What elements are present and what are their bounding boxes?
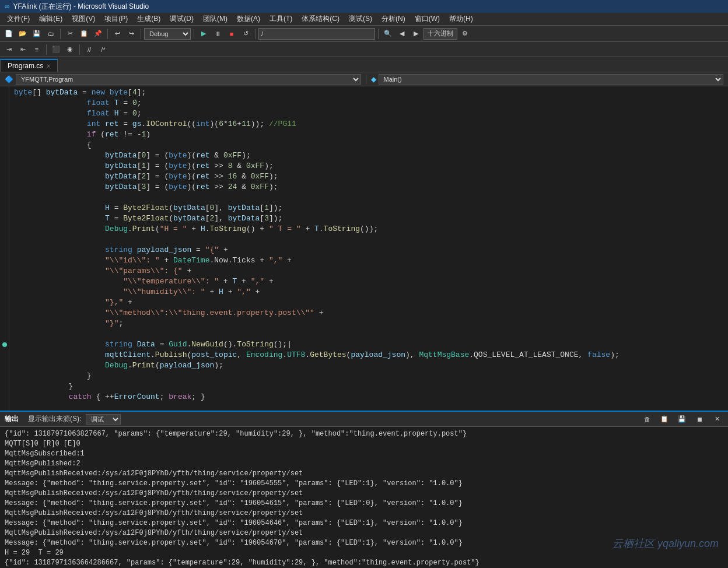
- output-panel: 输出 显示输出来源(S): 调试 🗑 📋 💾 ⏹ ✕ {"id": 131879…: [0, 411, 728, 568]
- save-btn[interactable]: 💾: [30, 27, 43, 40]
- output-line: MqttMsgPublishReceived:/sys/a12F0j8PYhD/…: [5, 469, 723, 479]
- output-copy-btn[interactable]: 📋: [658, 413, 671, 426]
- menu-file[interactable]: 文件(F): [2, 13, 34, 25]
- run-btn[interactable]: ▶: [197, 27, 210, 40]
- menu-bar: 文件(F) 编辑(E) 视图(V) 项目(P) 生成(B) 调试(D) 团队(M…: [0, 13, 728, 26]
- copy-btn[interactable]: 📋: [78, 27, 90, 40]
- main-code-area: byte[] bytData = new byte[4]; float T = …: [0, 86, 728, 411]
- current-line-indicator: [2, 342, 7, 347]
- output-line: {"id": 13187971063827667, "params": {"te…: [5, 429, 723, 439]
- output-title: 输出: [5, 414, 19, 424]
- output-content: {"id": 13187971063827667, "params": {"te…: [0, 427, 728, 568]
- sep5: [255, 29, 256, 39]
- output-source-select[interactable]: 调试: [86, 414, 121, 425]
- hex-mode-button[interactable]: 十六进制: [424, 28, 457, 40]
- sep1: [60, 29, 61, 39]
- nav-sep: [366, 75, 366, 84]
- save-all-btn[interactable]: 🗂: [44, 27, 57, 40]
- dropdown-icon: 🔷: [5, 75, 13, 83]
- output-line: Message: {"method": "thing.service.prope…: [5, 538, 723, 548]
- output-save-btn[interactable]: 💾: [676, 413, 688, 426]
- menu-debug[interactable]: 调试(D): [165, 13, 198, 25]
- output-line: Message: {"method": "thing.service.prope…: [5, 479, 723, 489]
- left-indicator: [0, 86, 9, 411]
- open-btn[interactable]: 📂: [16, 27, 29, 40]
- menu-help[interactable]: 帮助(H): [444, 13, 478, 25]
- output-stop-btn[interactable]: ⏹: [693, 413, 706, 426]
- tab-program-cs[interactable]: Program.cs ×: [0, 59, 58, 72]
- extra-btn1[interactable]: ⚙: [459, 27, 471, 40]
- uncomment-btn[interactable]: /*: [97, 43, 110, 56]
- stop-btn[interactable]: ■: [225, 27, 238, 40]
- code-editor[interactable]: byte[] bytData = new byte[4]; float T = …: [9, 86, 728, 411]
- menu-view[interactable]: 视图(V): [67, 13, 100, 25]
- debug-config-select[interactable]: Debug: [144, 28, 191, 40]
- output-line: MqttMsgPublishReceived:/sys/a12F0j8PYhD/…: [5, 528, 723, 538]
- menu-window[interactable]: 窗口(W): [410, 13, 444, 25]
- menu-build[interactable]: 生成(B): [132, 13, 165, 25]
- output-line: MqttMsgSubscribed:1: [5, 449, 723, 459]
- tab-close-btn[interactable]: ×: [47, 63, 50, 69]
- output-line: MqttMsgPublished:2: [5, 459, 723, 469]
- sep2: [107, 29, 108, 39]
- output-line: Message: {"method": "thing.service.prope…: [5, 518, 723, 528]
- menu-tools[interactable]: 工具(T): [265, 13, 297, 25]
- output-line: MqttMsgPublishReceived:/sys/a12F0j8PYhD/…: [5, 509, 723, 518]
- bp-btn[interactable]: ⬛: [50, 43, 62, 56]
- find-btn[interactable]: 🔍: [382, 27, 394, 40]
- nav-fwd-btn[interactable]: ▶: [410, 27, 422, 40]
- indent-btn[interactable]: ⇥: [2, 43, 15, 56]
- sep3: [141, 29, 141, 39]
- restart-btn[interactable]: ↺: [239, 27, 252, 40]
- menu-arch[interactable]: 体系结构(C): [297, 13, 344, 25]
- output-close-btn[interactable]: ✕: [710, 413, 723, 426]
- output-clear-btn[interactable]: 🗑: [640, 413, 653, 426]
- menu-analyze[interactable]: 分析(N): [377, 13, 410, 25]
- menu-team[interactable]: 团队(M): [198, 13, 232, 25]
- output-line: Message: {"method": "thing.service.prope…: [5, 499, 723, 509]
- nav-bar: 🔷 YFMQTT.Program ◆ Main(): [0, 72, 728, 86]
- sep8: [79, 44, 80, 55]
- toolbar1: 📄 📂 💾 🗂 ✂ 📋 📌 ↩ ↪ Debug ▶ ⏸ ■ ↺ 🔍 ◀ ▶ 十六…: [0, 26, 728, 42]
- method-icon: ◆: [371, 75, 376, 83]
- undo-btn[interactable]: ↩: [111, 27, 124, 40]
- output-line: MqttMsgPublishReceived:/sys/a12F0j8PYhD/…: [5, 489, 723, 499]
- pause-btn[interactable]: ⏸: [211, 27, 224, 40]
- tab-filename: Program.cs: [8, 62, 43, 70]
- search-input[interactable]: [258, 28, 375, 40]
- paste-btn[interactable]: 📌: [92, 27, 104, 40]
- tab-bar: Program.cs ×: [0, 57, 728, 72]
- namespace-select[interactable]: YFMQTT.Program: [16, 74, 361, 85]
- title-text: YFAlink (正在运行) - Microsoft Visual Studio: [13, 2, 149, 12]
- bp-cond-btn[interactable]: ◉: [64, 43, 76, 56]
- new-file-btn[interactable]: 📄: [2, 27, 15, 40]
- menu-data[interactable]: 数据(A): [232, 13, 265, 25]
- method-select[interactable]: Main(): [379, 74, 724, 85]
- toolbar2: ⇥ ⇤ ≡ ⬛ ◉ // /*: [0, 42, 728, 57]
- sep4: [194, 29, 194, 39]
- app-icon: ∞: [5, 2, 10, 10]
- sep7: [46, 44, 47, 55]
- menu-test[interactable]: 测试(S): [344, 13, 377, 25]
- nav-back-btn[interactable]: ◀: [396, 27, 408, 40]
- sep6: [378, 29, 379, 39]
- unindent-btn[interactable]: ⇤: [16, 43, 29, 56]
- output-line: {"id": 13187971363664286667, "params": {…: [5, 558, 723, 568]
- output-line: H = 29 T = 29: [5, 548, 723, 558]
- output-line: MQTT[S]0 [R]0 [E]0: [5, 439, 723, 449]
- menu-project[interactable]: 项目(P): [100, 13, 132, 25]
- cut-btn[interactable]: ✂: [64, 27, 76, 40]
- format-btn[interactable]: ≡: [30, 43, 43, 56]
- redo-btn[interactable]: ↪: [125, 27, 138, 40]
- menu-edit[interactable]: 编辑(E): [34, 13, 67, 25]
- output-source-label: 显示输出来源(S):: [28, 414, 81, 424]
- title-bar: ∞ YFAlink (正在运行) - Microsoft Visual Stud…: [0, 0, 728, 13]
- output-header: 输出 显示输出来源(S): 调试 🗑 📋 💾 ⏹ ✕: [0, 412, 728, 427]
- comment-btn[interactable]: //: [83, 43, 96, 56]
